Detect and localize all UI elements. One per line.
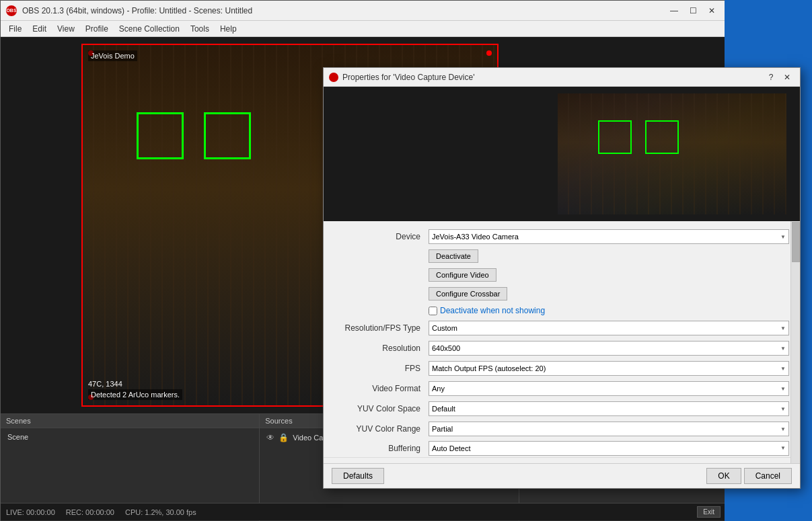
dialog-preview-area: [324, 87, 800, 221]
status-bar: LIVE: 00:00:00 REC: 00:00:00 CPU: 1.2%, …: [1, 503, 726, 520]
device-label: Device: [334, 232, 429, 241]
device-dropdown[interactable]: JeVois-A33 Video Camera ▼: [429, 229, 789, 244]
resolution-dropdown-control[interactable]: 640x500 ▼: [429, 341, 789, 356]
scene-item[interactable]: Scene: [3, 431, 256, 443]
fps-dropdown-control[interactable]: Match Output FPS (autoselect: 20) ▼: [429, 361, 789, 376]
fps-label: FPS: [334, 364, 429, 373]
configure-crossbar-button-container: Configure Crossbar: [429, 287, 789, 300]
yuv-color-range-label: YUV Color Range: [334, 424, 429, 434]
yuv-color-range-row: YUV Color Range Partial ▼: [324, 419, 800, 439]
configure-video-button[interactable]: Configure Video: [429, 268, 496, 282]
menu-scene-collection[interactable]: Scene Collection: [114, 22, 185, 36]
properties-dialog[interactable]: Properties for 'Video Capture Device' ? …: [323, 67, 801, 489]
video-format-value: Any: [432, 385, 445, 393]
yuv-color-range-dropdown-control[interactable]: Partial ▼: [429, 422, 789, 436]
dialog-scroll-thumb[interactable]: [792, 222, 800, 262]
buffering-arrow: ▼: [780, 445, 786, 451]
dialog-aruco-marker-1: [598, 120, 632, 154]
dialog-body-wrapper: Device JeVois-A33 Video Camera ▼ Deactiv…: [324, 221, 800, 463]
configure-crossbar-row: Configure Crossbar: [324, 284, 800, 303]
maximize-button[interactable]: ☐: [684, 3, 702, 18]
fps-dropdown[interactable]: Match Output FPS (autoselect: 20) ▼: [429, 361, 789, 376]
minimize-button[interactable]: —: [665, 3, 683, 18]
resolution-fps-label: Resolution/FPS Type: [334, 323, 429, 333]
buffering-value: Auto Detect: [432, 444, 470, 452]
configure-crossbar-button[interactable]: Configure Crossbar: [429, 287, 507, 300]
dialog-controls: ? ✕: [764, 71, 795, 84]
device-dropdown-control[interactable]: JeVois-A33 Video Camera ▼: [429, 229, 789, 244]
exit-button[interactable]: Exit: [697, 506, 721, 518]
dialog-help-button[interactable]: ?: [764, 71, 778, 84]
menu-bar: File Edit View Profile Scene Collection …: [1, 21, 726, 37]
video-format-dropdown[interactable]: Any ▼: [429, 381, 789, 396]
video-format-label: Video Format: [334, 384, 429, 393]
deactivate-checkbox-label: Deactivate when not showing: [440, 306, 545, 315]
resolution-fps-dropdown[interactable]: Custom ▼: [429, 321, 789, 335]
camera-stats-text: 47C, 1344: [88, 380, 122, 388]
menu-help[interactable]: Help: [215, 22, 242, 36]
menu-view[interactable]: View: [52, 22, 80, 36]
yuv-color-space-arrow: ▼: [780, 406, 786, 412]
buffering-dropdown-control[interactable]: Auto Detect ▼: [429, 441, 789, 456]
corner-dot-tr: [486, 50, 492, 56]
sources-panel-label: Sources: [265, 417, 292, 425]
dialog-close-button[interactable]: ✕: [780, 71, 795, 84]
deactivate-checkbox-suffix: when not showing: [480, 306, 545, 315]
buffering-row: Buffering Auto Detect ▼: [324, 439, 800, 458]
buffering-dropdown[interactable]: Auto Detect ▼: [429, 441, 789, 456]
dialog-camera-preview: [558, 93, 786, 214]
eye-icon: 👁: [266, 433, 274, 442]
deactivate-when-not-showing-checkbox[interactable]: [429, 307, 437, 315]
yuv-color-range-arrow: ▼: [780, 426, 786, 432]
aruco-marker-1: [137, 112, 184, 159]
dialog-body: Device JeVois-A33 Video Camera ▼ Deactiv…: [324, 221, 800, 463]
menu-profile[interactable]: Profile: [80, 22, 114, 36]
video-format-row: Video Format Any ▼: [324, 378, 800, 399]
resolution-fps-value: Custom: [432, 324, 457, 332]
dialog-footer: Defaults OK Cancel: [324, 463, 800, 488]
video-format-dropdown-control[interactable]: Any ▼: [429, 381, 789, 396]
scenes-panel-content: Scene: [1, 428, 259, 504]
resolution-fps-dropdown-control[interactable]: Custom ▼: [429, 321, 789, 335]
lock-icon: 🔒: [279, 433, 289, 442]
menu-tools[interactable]: Tools: [185, 22, 215, 36]
configure-video-row: Configure Video: [324, 266, 800, 284]
fps-arrow: ▼: [780, 366, 786, 372]
rec-status: REC: 00:00:00: [66, 508, 114, 516]
deactivate-checkbox-row: Deactivate when not showing: [324, 303, 800, 318]
yuv-color-range-value: Partial: [432, 425, 453, 433]
resolution-arrow: ▼: [780, 346, 786, 352]
title-bar: OBS OBS 20.1.3 (64bit, windows) - Profil…: [1, 1, 726, 21]
scenes-panel-header: Scenes: [1, 414, 259, 428]
video-format-arrow: ▼: [780, 386, 786, 392]
buffering-label: Buffering: [334, 444, 429, 453]
ok-button[interactable]: OK: [706, 468, 741, 484]
dialog-scrollbar[interactable]: [790, 221, 800, 463]
deactivate-button-container: Deactivate: [429, 249, 789, 263]
configure-video-button-container: Configure Video: [429, 268, 789, 282]
cancel-button[interactable]: Cancel: [744, 468, 792, 484]
resolution-dropdown[interactable]: 640x500 ▼: [429, 341, 789, 356]
device-row: Device JeVois-A33 Video Camera ▼: [324, 227, 800, 247]
aruco-marker-2: [204, 112, 251, 159]
device-value: JeVois-A33 Video Camera: [432, 233, 519, 241]
status-right: Exit: [697, 506, 721, 518]
yuv-color-space-dropdown[interactable]: Default ▼: [429, 401, 789, 416]
dialog-app-icon: [329, 73, 338, 82]
resolution-row: Resolution 640x500 ▼: [324, 338, 800, 358]
yuv-color-space-label: YUV Color Space: [334, 404, 429, 413]
menu-edit[interactable]: Edit: [27, 22, 52, 36]
dialog-aruco-marker-2: [645, 120, 679, 154]
menu-file[interactable]: File: [3, 22, 27, 36]
close-button[interactable]: ✕: [703, 3, 721, 18]
yuv-color-space-dropdown-control[interactable]: Default ▼: [429, 401, 789, 416]
app-title: OBS 20.1.3 (64bit, windows) - Profile: U…: [22, 6, 665, 15]
defaults-button[interactable]: Defaults: [332, 468, 384, 484]
app-icon: OBS: [6, 5, 17, 16]
deactivate-button[interactable]: Deactivate: [429, 249, 478, 263]
scenes-panel-label: Scenes: [6, 417, 31, 425]
deactivate-row: Deactivate: [324, 247, 800, 266]
dialog-camera-background: [558, 93, 786, 214]
camera-detection-text: Detected 2 ArUco markers.: [88, 389, 182, 400]
yuv-color-range-dropdown[interactable]: Partial ▼: [429, 422, 789, 436]
